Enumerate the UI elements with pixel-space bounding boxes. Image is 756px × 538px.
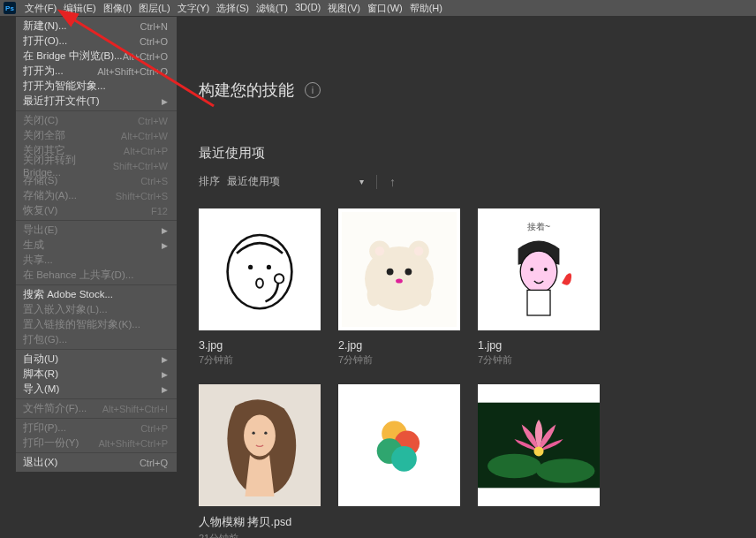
- thumbnail-image[interactable]: [199, 208, 321, 330]
- svg-point-11: [414, 246, 423, 255]
- menu-item-label: 打开为智能对象...: [23, 80, 106, 93]
- thumbnail-time: 21分钟前: [199, 532, 321, 538]
- svg-point-19: [520, 251, 557, 292]
- svg-point-13: [405, 269, 412, 276]
- menu-item-label: 关闭(C): [23, 114, 58, 127]
- svg-point-1: [228, 235, 292, 308]
- menu-item: 共享...: [16, 253, 177, 268]
- menu-item[interactable]: 打开为智能对象...: [16, 79, 177, 94]
- divider: [376, 175, 377, 189]
- svg-point-25: [252, 432, 254, 435]
- menu-item[interactable]: 导入(M)▶: [16, 382, 177, 397]
- svg-text:接着~: 接着~: [527, 222, 550, 231]
- thumbnail-image[interactable]: [199, 384, 321, 506]
- submenu-arrow-icon: ▶: [162, 370, 168, 379]
- svg-point-35: [533, 446, 543, 456]
- menu-item[interactable]: 在 Bridge 中浏览(B)...Alt+Ctrl+O: [16, 49, 177, 64]
- svg-point-15: [367, 284, 382, 307]
- menu-item: 置入嵌入对象(L)...: [16, 302, 177, 317]
- menu-item[interactable]: 打开为...Alt+Shift+Ctrl+O: [16, 64, 177, 79]
- thumbnail-time: 7分钟前: [478, 353, 600, 367]
- menu-item-label: 共享...: [23, 254, 53, 267]
- svg-point-33: [488, 454, 541, 479]
- svg-point-21: [544, 268, 548, 271]
- menu-shortcut: Alt+Shift+Ctrl+P: [98, 438, 168, 449]
- menu-shortcut: Ctrl+W: [138, 116, 168, 126]
- thumbnail-image[interactable]: [478, 384, 600, 506]
- thumbnail-name: 1.jpg: [478, 339, 600, 352]
- menu-separator: [16, 284, 177, 285]
- menu-item[interactable]: 打开(O)...Ctrl+O: [16, 34, 177, 49]
- menu-item-label: 置入嵌入对象(L)...: [23, 303, 108, 316]
- menubar-item[interactable]: 图层(L): [135, 2, 173, 15]
- svg-point-3: [267, 265, 271, 269]
- menu-item-label: 存储(S): [23, 174, 57, 187]
- menu-item: 存储为(A)...Shift+Ctrl+S: [16, 188, 177, 203]
- info-icon[interactable]: i: [305, 82, 321, 98]
- menubar-item[interactable]: 选择(S): [213, 2, 253, 15]
- menubar-item[interactable]: 视图(V): [324, 2, 364, 15]
- menu-item-label: 文件简介(F)...: [23, 402, 87, 415]
- sort-value: 最近使用项: [227, 174, 280, 189]
- svg-point-12: [387, 269, 394, 276]
- sort-label: 排序: [199, 174, 220, 189]
- menu-item[interactable]: 最近打开文件(T)▶: [16, 94, 177, 109]
- thumbnail-image[interactable]: [338, 384, 460, 506]
- menubar-item[interactable]: 文件(F): [21, 2, 60, 15]
- thumbnail-item: 人物模糊 拷贝.psd21分钟前: [199, 384, 321, 538]
- menu-separator: [16, 398, 177, 399]
- submenu-arrow-icon: ▶: [162, 355, 168, 364]
- menu-item[interactable]: 退出(X)Ctrl+Q: [16, 455, 177, 470]
- svg-point-26: [264, 432, 267, 435]
- menu-shortcut: Ctrl+P: [140, 423, 168, 434]
- menubar-item[interactable]: 编辑(E): [60, 2, 100, 15]
- menu-item[interactable]: 搜索 Adobe Stock...: [16, 287, 177, 302]
- thumbnails-grid: 3.jpg7分钟前2.jpg7分钟前接着~1.jpg7分钟前人物模糊 拷贝.ps…: [199, 208, 735, 538]
- svg-point-20: [530, 268, 533, 271]
- menu-shortcut: Ctrl+Q: [140, 458, 168, 468]
- menu-item[interactable]: 脚本(R)▶: [16, 367, 177, 382]
- menubar-item[interactable]: 窗口(W): [364, 2, 406, 15]
- thumbnail-name: 2.jpg: [338, 339, 460, 352]
- svg-rect-22: [527, 290, 550, 315]
- svg-point-5: [275, 274, 284, 283]
- menu-item: 打包(G)...: [16, 332, 177, 347]
- thumbnail-name: 3.jpg: [199, 339, 321, 352]
- app-icon: Ps: [4, 2, 16, 14]
- menu-shortcut: Alt+Ctrl+O: [123, 51, 168, 62]
- menu-item-label: 打开为...: [23, 64, 64, 78]
- menu-item-label: 自动(U): [23, 352, 58, 366]
- submenu-arrow-icon: ▶: [162, 226, 168, 235]
- thumbnail-name: 人物模糊 拷贝.psd: [199, 515, 321, 530]
- menubar-item[interactable]: 图像(I): [100, 2, 135, 15]
- menu-item: 导出(E)▶: [16, 223, 177, 238]
- menu-separator: [16, 220, 177, 221]
- menu-item-label: 脚本(R): [23, 368, 58, 381]
- submenu-arrow-icon: ▶: [162, 385, 168, 394]
- svg-point-14: [396, 278, 403, 283]
- sort-row: 排序 最近使用项 ▾ ↑: [199, 174, 735, 189]
- menubar-item[interactable]: 3D(D): [291, 2, 324, 15]
- menu-item: 关闭(C)Ctrl+W: [16, 113, 177, 128]
- menu-item-label: 新建(N)...: [23, 19, 67, 33]
- menubar-item[interactable]: 帮助(H): [406, 2, 446, 15]
- thumbnail-image[interactable]: [338, 208, 460, 330]
- thumbnail-image[interactable]: 接着~: [478, 208, 600, 330]
- menu-item: 置入链接的智能对象(K)...: [16, 317, 177, 332]
- menu-item-label: 最近打开文件(T): [23, 95, 100, 108]
- menu-separator: [16, 110, 177, 111]
- svg-point-2: [248, 265, 253, 269]
- sort-direction-icon[interactable]: ↑: [389, 175, 396, 189]
- svg-point-24: [244, 415, 276, 457]
- menu-item: 在 Behance 上共享(D)...: [16, 268, 177, 283]
- menu-shortcut: Alt+Ctrl+P: [124, 146, 168, 156]
- menubar-item[interactable]: 滤镜(T): [253, 2, 291, 15]
- menu-separator: [16, 418, 177, 419]
- menu-item-label: 在 Bridge 中浏览(B)...: [23, 49, 123, 63]
- sort-dropdown[interactable]: 最近使用项 ▾: [227, 174, 364, 189]
- menu-item[interactable]: 新建(N)...Ctrl+N: [16, 19, 177, 34]
- thumbnail-item: 接着~1.jpg7分钟前: [478, 208, 600, 367]
- menubar-item[interactable]: 文字(Y): [174, 2, 214, 15]
- menu-item[interactable]: 自动(U)▶: [16, 352, 177, 367]
- thumbnail-item: 3.jpg7分钟前: [199, 208, 321, 367]
